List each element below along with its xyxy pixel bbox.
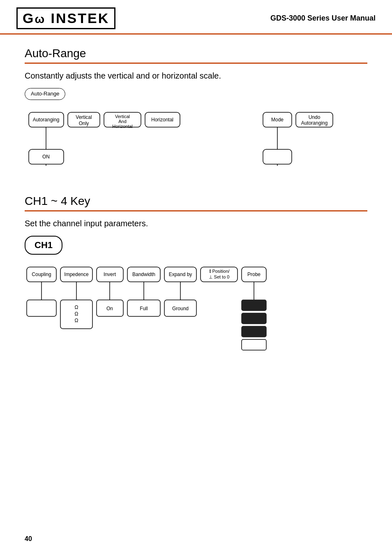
svg-text:Ω: Ω	[75, 318, 78, 323]
ch1-divider	[25, 210, 367, 211]
logo-gw: Gω	[23, 10, 51, 26]
svg-text:Ω: Ω	[75, 311, 78, 317]
autorange-subtitle: Constantly adjusts the vertical and or h…	[25, 71, 367, 81]
svg-text:Mode: Mode	[271, 117, 284, 123]
autorange-divider	[25, 63, 367, 64]
ch1-button-row: CH1	[25, 236, 367, 255]
svg-rect-44	[27, 300, 56, 316]
svg-text:Bandwidth: Bandwidth	[132, 272, 155, 277]
page-number: 40	[25, 535, 32, 543]
logo: Gω INSTEK	[16, 7, 115, 29]
svg-rect-58	[242, 339, 266, 350]
svg-text:Impedence: Impedence	[64, 272, 89, 277]
ch1-button[interactable]: CH1	[25, 236, 62, 255]
svg-rect-56	[242, 313, 266, 324]
svg-text:ON: ON	[42, 154, 50, 160]
main-content: Auto-Range Constantly adjusts the vertic…	[0, 35, 392, 407]
svg-text:Coupling: Coupling	[32, 272, 51, 277]
ch1-diagram-svg: Coupling Impedence Invert Bandwidth Expa…	[25, 263, 382, 378]
right-diagram: Mode Undo Autoranging	[255, 108, 345, 174]
svg-text:Vertical: Vertical	[76, 114, 92, 120]
svg-rect-55	[242, 300, 266, 311]
svg-text:On: On	[106, 306, 113, 311]
svg-text:Full: Full	[140, 306, 148, 311]
ch1-section: CH1 ~ 4 Key Set the channel input parame…	[25, 195, 367, 378]
autorange-title: Auto-Range	[25, 47, 367, 60]
left-diagram: Autoranging Vertical Only Vertical And H…	[25, 108, 230, 174]
autorange-section: Auto-Range Constantly adjusts the vertic…	[25, 47, 367, 174]
svg-text:Ω: Ω	[75, 304, 78, 310]
ch1-title: CH1 ~ 4 Key	[25, 195, 367, 208]
svg-text:Horizontal: Horizontal	[151, 117, 173, 123]
right-diagram-svg: Mode Undo Autoranging	[255, 108, 345, 174]
autorange-button-row: Auto-Range	[25, 88, 367, 100]
svg-text:Ground: Ground	[172, 306, 189, 311]
svg-rect-57	[242, 326, 266, 337]
svg-text:Horizontal: Horizontal	[112, 124, 133, 129]
svg-text:Autoranging: Autoranging	[301, 120, 328, 126]
svg-text:⇕Position/: ⇕Position/	[208, 269, 230, 274]
svg-text:Undo: Undo	[309, 114, 321, 120]
autorange-button[interactable]: Auto-Range	[25, 88, 65, 100]
svg-text:Invert: Invert	[104, 272, 116, 277]
autorange-diagrams: Autoranging Vertical Only Vertical And H…	[25, 108, 367, 174]
logo-instek: INSTEK	[51, 10, 110, 26]
header-title: GDS-3000 Series User Manual	[270, 14, 376, 23]
left-diagram-svg: Autoranging Vertical Only Vertical And H…	[25, 108, 230, 174]
svg-text:Vertical: Vertical	[115, 114, 130, 119]
page-header: Gω INSTEK GDS-3000 Series User Manual	[0, 0, 392, 35]
ch1-subtitle: Set the channel input parameters.	[25, 219, 367, 228]
svg-text:Expand by: Expand by	[169, 272, 192, 277]
ch1-diagram: Coupling Impedence Invert Bandwidth Expa…	[25, 263, 367, 378]
svg-text:Only: Only	[79, 121, 89, 126]
svg-text:⊥ Set to 0: ⊥ Set to 0	[209, 274, 230, 279]
svg-rect-22	[263, 149, 292, 164]
svg-text:And: And	[118, 119, 127, 124]
svg-text:Autoranging: Autoranging	[33, 117, 60, 123]
svg-text:Probe: Probe	[247, 272, 261, 277]
